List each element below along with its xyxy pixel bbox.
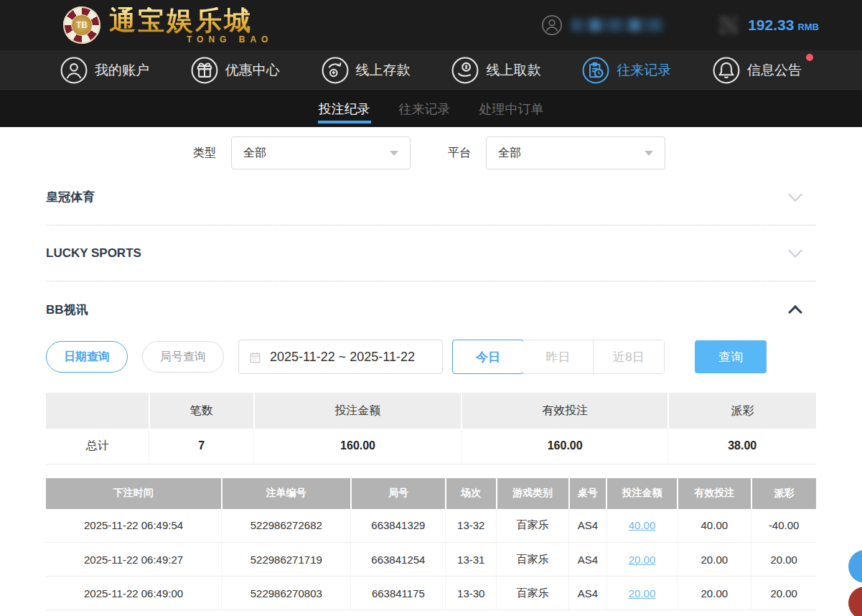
bet-table: AS4 xyxy=(569,543,607,577)
user-avatar-icon xyxy=(541,14,563,36)
records-icon xyxy=(582,57,609,84)
nav-label: 线上存款 xyxy=(356,61,411,80)
bet-time: 2025-11-22 06:49:27 xyxy=(46,543,222,577)
bet-table: AS4 xyxy=(569,577,607,610)
nav-label: 线上取款 xyxy=(486,61,540,80)
type-filter-label: 类型 xyxy=(193,146,216,161)
chip-label: TB xyxy=(71,14,93,36)
bets-header-bet-id: 注单编号 xyxy=(222,478,351,509)
bets-table: 下注时间 注单编号 局号 场次 游戏类别 桌号 投注金额 有效投注 派彩 202… xyxy=(46,478,816,616)
quick-today-button[interactable]: 今日 xyxy=(452,340,524,374)
date-range-picker[interactable]: 2025-11-22 ~ 2025-11-22 xyxy=(238,340,443,374)
section-bb-live[interactable]: BB视讯 xyxy=(46,281,816,337)
bet-payout: 20.00 xyxy=(751,543,816,577)
type-select[interactable]: 全部 xyxy=(231,136,411,169)
summary-table: 笔数 投注金额 有效投注 派彩 总计 7 160.00 160.00 38.00 xyxy=(46,393,816,465)
table-row-partial xyxy=(46,610,816,616)
nav-item-deposit[interactable]: 线上存款 xyxy=(322,57,411,84)
bet-game: 百家乐 xyxy=(497,509,569,543)
deposit-icon xyxy=(322,57,349,84)
main-nav: 我的账户 优惠中心 线上存款 线上取款 往来 xyxy=(0,50,862,91)
quick-last8days-button[interactable]: 近8日 xyxy=(594,340,664,373)
top-header: TB 通宝娱乐城 TONG BAO 192.33RMB xyxy=(0,0,862,50)
summary-total-row: 总计 7 160.00 160.00 38.00 xyxy=(46,429,816,464)
nav-label: 信息公告 xyxy=(747,61,802,80)
account-balance: 192.33RMB xyxy=(748,17,819,34)
bets-header-payout: 派彩 xyxy=(751,478,816,509)
type-select-value: 全部 xyxy=(243,146,266,161)
section-crown-sports[interactable]: 皇冠体育 xyxy=(46,169,816,225)
site-title: 通宝娱乐城 xyxy=(109,7,273,34)
poker-chip-icon: TB xyxy=(63,6,100,44)
tab-pending-orders[interactable]: 处理中订单 xyxy=(479,91,544,127)
tab-bet-records[interactable]: 投注纪录 xyxy=(319,91,370,127)
username-redacted[interactable] xyxy=(571,19,663,32)
bet-round: 663841254 xyxy=(351,543,446,577)
nav-label: 我的账户 xyxy=(95,61,149,80)
nav-item-my-account[interactable]: 我的账户 xyxy=(60,57,149,84)
summary-header-bet-amount: 投注金额 xyxy=(254,393,462,429)
bet-session: 13-31 xyxy=(446,543,497,577)
notification-dot xyxy=(806,54,813,61)
platform-select-value: 全部 xyxy=(498,146,521,161)
chevron-down-icon xyxy=(788,187,802,202)
chevron-down-icon xyxy=(645,151,653,156)
date-query-button[interactable]: 日期查询 xyxy=(46,341,128,373)
site-logo[interactable]: TB 通宝娱乐城 TONG BAO xyxy=(63,6,273,44)
nav-item-withdraw[interactable]: 线上取款 xyxy=(451,57,540,84)
bet-id: 522986272682 xyxy=(222,509,351,543)
bet-amount-link[interactable]: 40.00 xyxy=(629,519,656,531)
bet-time: 2025-11-22 06:49:00 xyxy=(46,577,222,610)
bet-valid: 20.00 xyxy=(678,543,751,577)
bet-time: 2025-11-22 06:49:54 xyxy=(46,509,222,543)
withdraw-icon xyxy=(451,57,479,84)
section-title: LUCKY SPORTS xyxy=(46,246,141,261)
nav-item-promotions[interactable]: 优惠中心 xyxy=(191,57,280,84)
bet-valid: 20.00 xyxy=(678,577,751,610)
quick-range-group: 今日 昨日 近8日 xyxy=(452,340,665,374)
balance-amount: 192.33 xyxy=(748,17,794,33)
section-title: 皇冠体育 xyxy=(46,189,95,205)
bets-header-time: 下注时间 xyxy=(46,478,222,509)
bet-round: 663841329 xyxy=(351,509,446,543)
chevron-down-icon xyxy=(788,243,802,258)
bet-session: 13-30 xyxy=(446,577,497,610)
main-content: 类型 全部 平台 全部 皇冠体育 LUCKY SPORTS BB视讯 日期查询 … xyxy=(0,136,862,616)
summary-total-payout: 38.00 xyxy=(668,429,816,464)
platform-filter-label: 平台 xyxy=(448,146,471,161)
summary-header-blank xyxy=(46,393,149,429)
summary-total-label: 总计 xyxy=(46,429,149,464)
summary-header-count: 笔数 xyxy=(149,393,254,429)
summary-header-payout: 派彩 xyxy=(668,393,816,429)
bets-header-game: 游戏类别 xyxy=(497,478,569,509)
bet-game: 百家乐 xyxy=(497,543,569,577)
nav-label: 优惠中心 xyxy=(225,61,280,80)
bet-amount-link[interactable]: 20.00 xyxy=(629,587,656,599)
wallet-icon-redacted[interactable] xyxy=(719,16,738,34)
site-subtitle: TONG BAO xyxy=(187,35,273,44)
nav-item-announcements[interactable]: 信息公告 xyxy=(713,57,802,84)
chevron-down-icon xyxy=(390,151,398,156)
nav-item-transaction-records[interactable]: 往来记录 xyxy=(582,57,671,84)
record-tabs: 投注纪录 往来记录 处理中订单 xyxy=(0,91,862,127)
search-button[interactable]: 查询 xyxy=(695,340,767,373)
tab-transaction-records[interactable]: 往来记录 xyxy=(399,91,451,127)
summary-total-bet-amount: 160.00 xyxy=(254,429,462,464)
bet-payout: 20.00 xyxy=(751,577,816,610)
gift-icon xyxy=(191,57,218,84)
bets-header-session: 场次 xyxy=(446,478,497,509)
calendar-icon xyxy=(249,351,261,363)
bet-session: 13-32 xyxy=(446,509,497,543)
summary-total-valid-bet: 160.00 xyxy=(462,429,668,464)
platform-select[interactable]: 全部 xyxy=(486,136,665,169)
bets-header-amount: 投注金额 xyxy=(606,478,678,509)
chevron-up-icon xyxy=(788,305,802,319)
bet-id: 522986270803 xyxy=(222,577,351,610)
bet-amount-link[interactable]: 20.00 xyxy=(629,554,656,566)
quick-yesterday-button[interactable]: 昨日 xyxy=(523,340,594,373)
round-query-button[interactable]: 局号查询 xyxy=(142,341,224,373)
bell-icon xyxy=(713,57,740,84)
section-lucky-sports[interactable]: LUCKY SPORTS xyxy=(46,225,816,281)
table-row: 2025-11-22 06:49:00 522986270803 6638411… xyxy=(46,577,816,610)
account-icon xyxy=(60,57,88,84)
